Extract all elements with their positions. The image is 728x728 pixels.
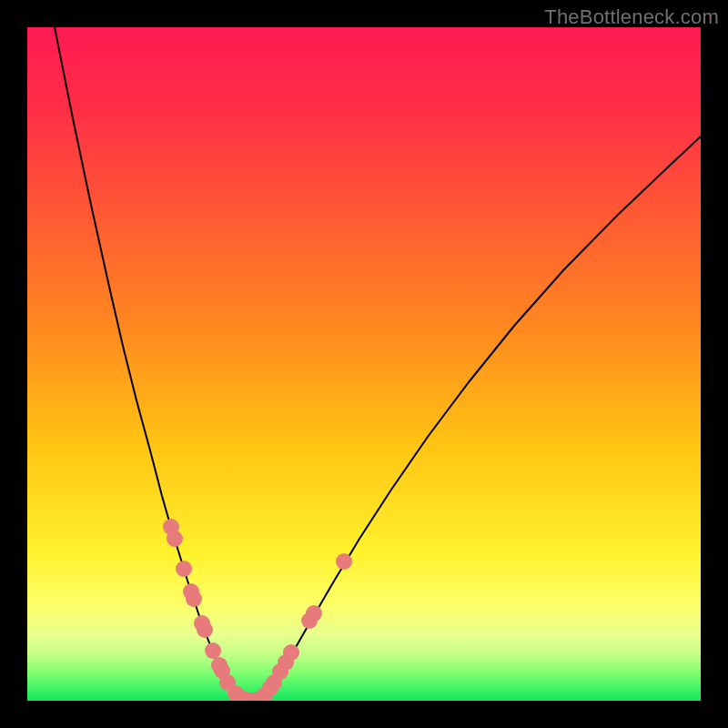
bottleneck-curve <box>55 27 701 701</box>
marker-dot <box>336 553 352 570</box>
marker-dot <box>197 622 213 638</box>
marker-dot <box>205 642 221 659</box>
marker-dot <box>167 531 183 547</box>
plot-area <box>27 27 701 701</box>
chart-frame: TheBottleneck.com <box>0 0 728 728</box>
attribution-text: TheBottleneck.com <box>544 5 719 29</box>
marker-dot <box>186 591 202 607</box>
curve-markers <box>163 519 352 701</box>
marker-dot <box>306 605 322 622</box>
curves-layer <box>27 27 701 701</box>
marker-dot <box>176 561 192 577</box>
marker-dot <box>283 644 299 661</box>
bottleneck-path <box>55 27 701 701</box>
